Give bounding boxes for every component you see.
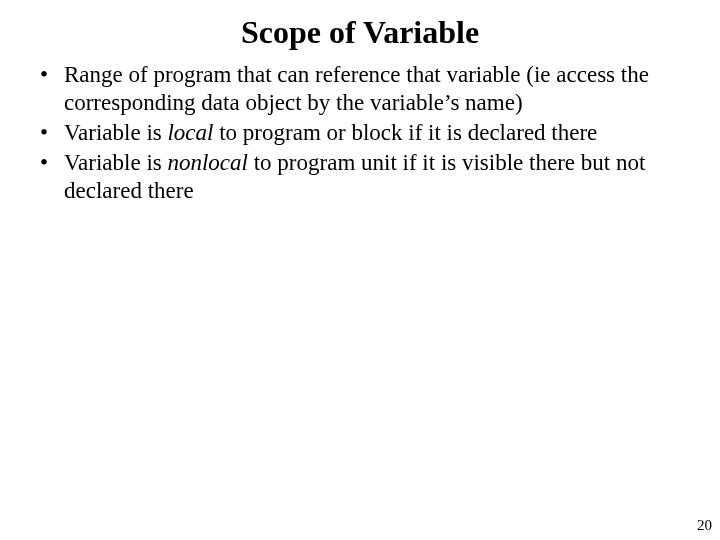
slide-body: Range of program that can reference that… — [0, 61, 720, 205]
page-number: 20 — [697, 517, 712, 534]
bullet-italic: nonlocal — [167, 150, 248, 175]
bullet-text: Range of program that can reference that… — [64, 62, 649, 115]
bullet-item: Variable is local to program or block if… — [40, 119, 680, 147]
bullet-item: Range of program that can reference that… — [40, 61, 680, 117]
bullet-text-after: to program or block if it is declared th… — [213, 120, 597, 145]
bullet-item: Variable is nonlocal to program unit if … — [40, 149, 680, 205]
bullet-italic: local — [167, 120, 213, 145]
bullet-text: Variable is — [64, 150, 167, 175]
bullet-list: Range of program that can reference that… — [40, 61, 680, 205]
slide-title: Scope of Variable — [0, 0, 720, 61]
slide: Scope of Variable Range of program that … — [0, 0, 720, 540]
bullet-text: Variable is — [64, 120, 167, 145]
